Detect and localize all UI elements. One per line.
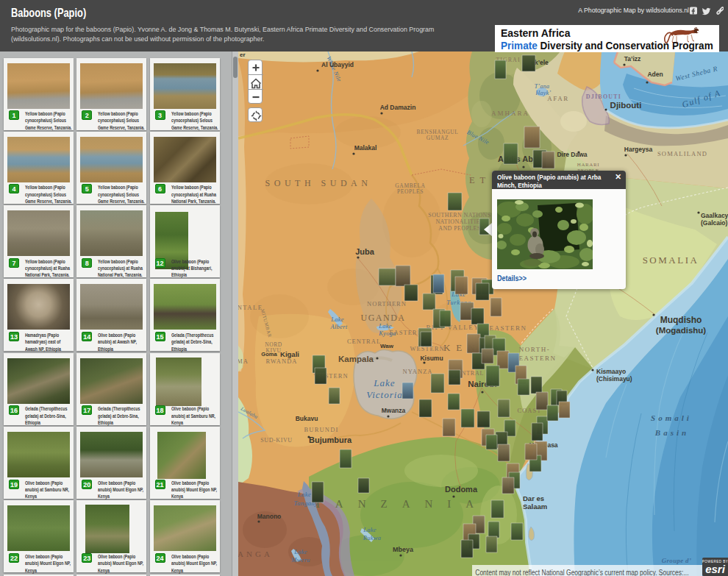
- svg-text:Lake: Lake: [363, 526, 377, 533]
- svg-text:PEOPLES: PEOPLES: [397, 188, 424, 195]
- svg-text:Bujumbura: Bujumbura: [309, 435, 352, 444]
- svg-text:Waw: Waw: [380, 343, 394, 349]
- svg-text:NATIONALITIES: NATIONALITIES: [435, 218, 483, 225]
- svg-text:Gaalkacyo: Gaalkacyo: [701, 212, 728, 219]
- svg-text:Victoria: Victoria: [366, 389, 403, 400]
- svg-text:SUD-KIVU: SUD-KIVU: [260, 437, 292, 444]
- svg-text:Dar es: Dar es: [523, 494, 544, 502]
- svg-text:BURUNDI: BURUNDI: [304, 426, 338, 433]
- svg-text:(Chisimayu): (Chisimayu): [596, 375, 632, 383]
- svg-text:Kisumu: Kisumu: [420, 355, 443, 362]
- svg-text:Groupe d’: Groupe d’: [662, 557, 691, 564]
- svg-text:EASTERN: EASTERN: [519, 355, 557, 362]
- svg-text:Bukavu: Bukavu: [296, 415, 318, 422]
- svg-text:SOUTHERN NATIONS: SOUTHERN NATIONS: [428, 212, 490, 218]
- svg-text:UGANDA: UGANDA: [361, 313, 406, 323]
- svg-text:Dodoma: Dodoma: [445, 485, 478, 494]
- svg-text:AND PEOPLES: AND PEOPLES: [438, 225, 481, 232]
- svg-text:Ad Damazin: Ad Damazin: [380, 104, 416, 111]
- svg-text:Lake: Lake: [330, 316, 344, 323]
- svg-text:Ta’izz: Ta’izz: [624, 55, 641, 63]
- svg-text:NTALE: NTALE: [238, 304, 263, 311]
- svg-text:Basin: Basin: [654, 428, 689, 437]
- svg-text:Albert: Albert: [329, 323, 347, 330]
- svg-text:Aden: Aden: [647, 71, 663, 78]
- svg-text:NORTH-: NORTH-: [519, 346, 550, 353]
- svg-text:AMHARA: AMHARA: [491, 110, 529, 117]
- svg-text:ANGA: ANGA: [238, 550, 273, 558]
- svg-text:Kismaayo: Kismaayo: [596, 368, 626, 375]
- svg-text:(Galcaio): (Galcaio): [701, 219, 728, 227]
- svg-text:NORTHERN: NORTHERN: [367, 300, 407, 307]
- svg-text:CENTRAL: CENTRAL: [347, 338, 381, 345]
- svg-text:Mwanza: Mwanza: [382, 407, 406, 414]
- svg-text:E T: E T: [469, 175, 487, 185]
- svg-text:Manono: Manono: [257, 513, 282, 520]
- svg-text:SOUTH SUDAN: SOUTH SUDAN: [265, 178, 372, 188]
- svg-text:esri: esri: [705, 563, 726, 575]
- svg-text:er: er: [240, 51, 246, 58]
- svg-text:Muqdisho: Muqdisho: [660, 315, 702, 325]
- svg-text:HARARI: HARARI: [577, 162, 600, 168]
- svg-text:SOMALILAND: SOMALILAND: [657, 150, 707, 157]
- svg-text:MA: MA: [238, 358, 249, 365]
- svg-text:Malakal: Malakal: [354, 144, 377, 152]
- svg-text:T’ana: T’ana: [535, 83, 550, 90]
- svg-text:Kyoga: Kyoga: [378, 330, 396, 337]
- svg-text:Goma: Goma: [261, 351, 277, 358]
- svg-text:DJIBOUTI: DJIBOUTI: [586, 93, 621, 100]
- svg-text:RWANDA: RWANDA: [266, 358, 298, 365]
- svg-text:Salaam: Salaam: [523, 502, 547, 511]
- svg-text:Lake: Lake: [297, 491, 312, 498]
- svg-text:Lake: Lake: [378, 322, 392, 330]
- svg-text:Mbeya: Mbeya: [393, 546, 414, 553]
- svg-text:Juba: Juba: [355, 247, 375, 256]
- svg-text:Djibouti: Djibouti: [610, 101, 642, 110]
- svg-text:Lake: Lake: [373, 377, 395, 388]
- svg-text:TANZANIA: TANZANIA: [315, 498, 488, 510]
- svg-text:Kigali: Kigali: [280, 350, 299, 358]
- svg-text:Somali: Somali: [651, 413, 692, 422]
- svg-text:Mweru: Mweru: [290, 556, 310, 563]
- svg-text:Dire Dawa: Dire Dawa: [557, 151, 587, 158]
- svg-text:EASTERN: EASTERN: [490, 324, 527, 332]
- svg-text:NYANZA: NYANZA: [403, 368, 433, 375]
- svg-text:GUMAZ: GUMAZ: [427, 135, 449, 141]
- svg-text:Rukwa: Rukwa: [363, 534, 382, 541]
- svg-text:Hargeysa: Hargeysa: [624, 146, 653, 153]
- svg-text:Kampala: Kampala: [338, 355, 374, 363]
- svg-text:(Mogadishu): (Mogadishu): [656, 326, 707, 335]
- svg-text:Lake: Lake: [293, 548, 307, 555]
- svg-text:Hayk’: Hayk’: [535, 90, 551, 96]
- svg-text:Al Ubayyid: Al Ubayyid: [321, 61, 354, 68]
- svg-text:SOMALIA: SOMALIA: [643, 255, 699, 266]
